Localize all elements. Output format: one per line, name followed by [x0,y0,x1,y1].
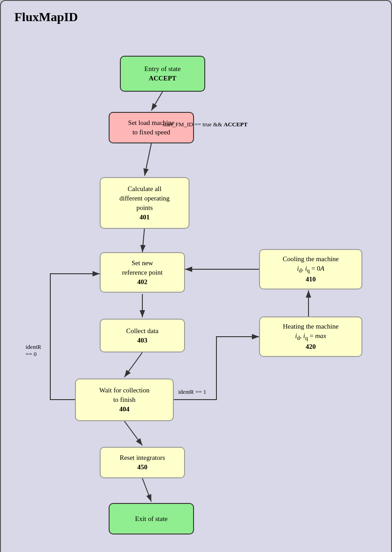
set-ref-label1: Set new [132,258,153,268]
identR-one-label: identR == 1 [178,388,206,396]
cooling-box: Cooling the machine id, iq = 0A 410 [259,249,362,289]
collect-data-box: Collect data 403 [100,319,185,352]
heating-num: 420 [306,342,316,352]
heating-box: Heating the machine id, iq = max 420 [259,316,362,357]
cooling-label1: Cooling the machine [283,254,339,264]
calc-num: 401 [140,213,150,222]
diagram-title: FluxMapID [10,10,382,24]
heating-label2: id, iq = max [295,331,326,343]
wait-label1: Wait for collection [99,386,150,395]
collect-num: 403 [137,336,148,345]
set-ref-num: 402 [137,277,148,287]
exit-state-box: Exit of state [109,503,194,534]
set-ref-label2: reference point [122,268,163,277]
wait-num: 404 [119,405,130,414]
load-machine-label2: to fixed speed [132,128,170,137]
exit-label1: Exit of state [135,514,167,524]
entry-label-line2: ACCEPT [149,74,176,83]
condition-label-1: start_FM_ID == true && ACCEPT [163,121,302,128]
flowchart: Entry of state ACCEPT Set load machine t… [10,29,382,550]
svg-line-3 [142,227,145,252]
entry-state-box: Entry of state ACCEPT [120,56,205,92]
cooling-label2: id, iq = 0A [297,264,325,275]
identR-zero-label: identR== 0 [26,343,41,358]
entry-label-line1: Entry of state [145,64,181,74]
identR-one-text: identR == 1 [178,388,206,395]
calc-label3: points [137,203,153,213]
calc-points-box: Calculate all different operating points… [100,177,189,229]
set-ref-box: Set new reference point 402 [100,252,185,293]
reset-int-box: Reset integrators 450 [100,447,185,478]
calc-label2: different operating [119,194,170,203]
svg-line-2 [145,143,151,176]
svg-line-1 [151,92,163,111]
collect-label1: Collect data [126,326,159,336]
svg-line-5 [124,352,142,377]
heating-label1: Heating the machine [283,322,339,331]
arrows-svg [10,29,382,550]
wait-finish-box: Wait for collection to finish 404 [75,378,174,421]
reset-label1: Reset integrators [119,453,165,463]
wait-label2: to finish [113,395,136,405]
diagram-container: FluxMapID [0,0,392,552]
svg-line-7 [142,478,151,502]
svg-line-6 [124,421,142,445]
reset-num: 450 [137,463,148,472]
cooling-num: 410 [306,275,316,284]
identR-zero-text: identR== 0 [26,343,41,357]
calc-label1: Calculate all [128,184,161,194]
cond1-text: start_FM_ID == true && ACCEPT [163,121,247,128]
